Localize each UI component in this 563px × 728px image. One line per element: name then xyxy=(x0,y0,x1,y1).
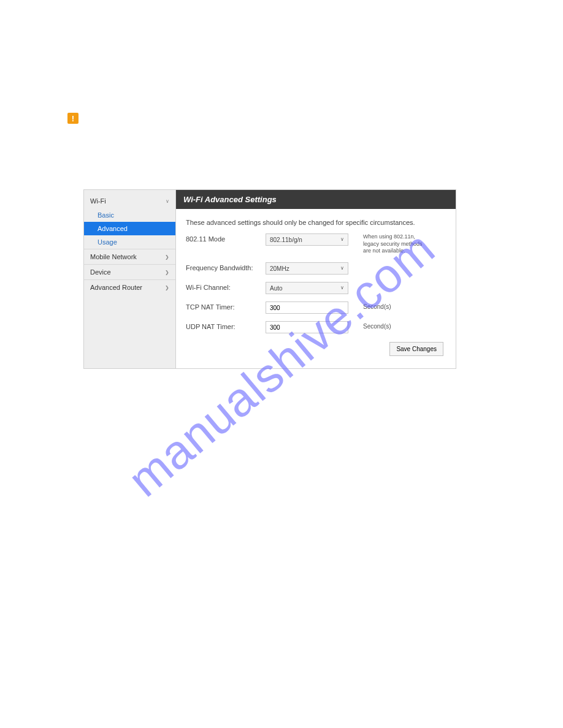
sidebar-item-advanced-router[interactable]: Advanced Router ❯ xyxy=(84,279,175,295)
channel-select[interactable]: Auto ∨ xyxy=(266,282,348,294)
sidebar: Wi-Fi ∨ Basic Advanced Usage Mobile Netw… xyxy=(84,190,176,368)
intro-text: These advanced settings should only be c… xyxy=(186,219,446,226)
udp-label: UDP NAT Timer: xyxy=(186,321,266,330)
caution-icon: ! xyxy=(67,113,79,124)
sidebar-item-label: Advanced xyxy=(98,225,128,232)
sidebar-item-usage[interactable]: Usage xyxy=(84,235,175,249)
chevron-right-icon: ❯ xyxy=(165,285,169,290)
chevron-right-icon: ❯ xyxy=(165,254,169,260)
save-button[interactable]: Save Changes xyxy=(389,342,443,356)
bandwidth-value: 20MHz xyxy=(270,265,289,272)
udp-suffix: Second(s) xyxy=(363,321,391,330)
row-mode: 802.11 Mode 802.11b/g/n ∨ When using 802… xyxy=(186,233,446,255)
tcp-suffix: Second(s) xyxy=(363,301,391,310)
content-area: Wi-Fi Advanced Settings These advanced s… xyxy=(176,190,456,368)
content-header: Wi-Fi Advanced Settings xyxy=(176,190,456,209)
chevron-down-icon: ∨ xyxy=(340,285,344,290)
document-page: ! Wi-Fi ∨ Basic Advanced Usage Mobile Ne… xyxy=(0,0,563,728)
row-tcp: TCP NAT Timer: Second(s) xyxy=(186,301,446,314)
bandwidth-label: Frequency Bandwidth: xyxy=(186,262,266,271)
sidebar-item-basic[interactable]: Basic xyxy=(84,208,175,222)
mode-label: 802.11 Mode xyxy=(186,233,266,243)
chevron-down-icon: ∨ xyxy=(166,199,169,204)
row-channel: Wi-Fi Channel: Auto ∨ xyxy=(186,282,446,294)
content-body: These advanced settings should only be c… xyxy=(176,209,456,368)
tcp-input[interactable] xyxy=(266,301,348,314)
udp-input[interactable] xyxy=(266,321,348,333)
sidebar-item-wifi[interactable]: Wi-Fi ∨ xyxy=(84,194,175,208)
bandwidth-select[interactable]: 20MHz ∨ xyxy=(266,262,348,275)
sidebar-item-label: Usage xyxy=(98,238,117,246)
sidebar-item-label: Wi-Fi xyxy=(90,197,106,205)
chevron-down-icon: ∨ xyxy=(340,237,344,242)
mode-value: 802.11b/g/n xyxy=(270,237,302,243)
exclamation-glyph: ! xyxy=(72,114,74,123)
chevron-down-icon: ∨ xyxy=(340,265,344,271)
row-bandwidth: Frequency Bandwidth: 20MHz ∨ xyxy=(186,262,446,275)
sidebar-item-label: Mobile Network xyxy=(90,253,137,260)
tcp-label: TCP NAT Timer: xyxy=(186,301,266,311)
sidebar-item-label: Device xyxy=(90,268,111,276)
mode-note: When using 802.11n, legacy security meth… xyxy=(363,233,431,255)
row-udp: UDP NAT Timer: Second(s) xyxy=(186,321,446,333)
channel-value: Auto xyxy=(270,285,283,292)
channel-label: Wi-Fi Channel: xyxy=(186,282,266,291)
sidebar-item-advanced[interactable]: Advanced xyxy=(84,222,175,235)
chevron-right-icon: ❯ xyxy=(165,270,169,275)
sidebar-item-mobile-network[interactable]: Mobile Network ❯ xyxy=(84,249,175,264)
button-row: Save Changes xyxy=(186,342,446,356)
sidebar-item-device[interactable]: Device ❯ xyxy=(84,264,175,279)
mode-select[interactable]: 802.11b/g/n ∨ xyxy=(266,233,348,246)
sidebar-item-label: Advanced Router xyxy=(90,284,142,291)
settings-panel: Wi-Fi ∨ Basic Advanced Usage Mobile Netw… xyxy=(83,189,456,369)
sidebar-item-label: Basic xyxy=(98,211,114,219)
